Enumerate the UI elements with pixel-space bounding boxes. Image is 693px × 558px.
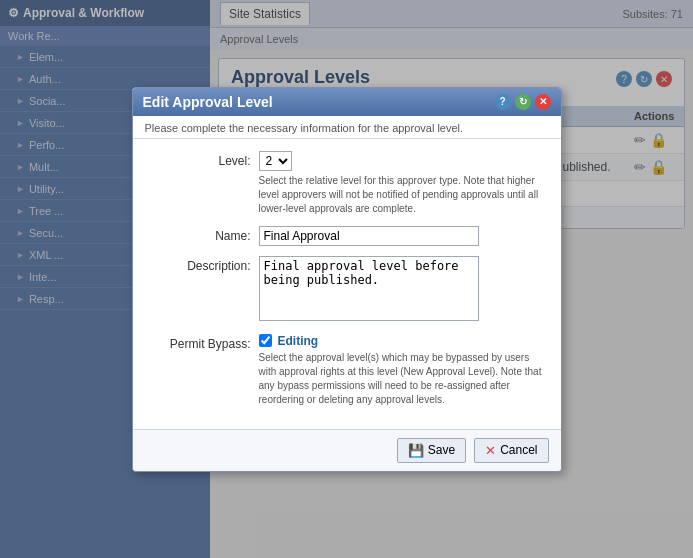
dialog-refresh-button[interactable]: ↻ (515, 94, 531, 110)
checkbox-row: Editing (259, 334, 545, 348)
level-hint: Select the relative level for this appro… (259, 174, 545, 216)
dialog-subtitle: Please complete the necessary informatio… (133, 116, 561, 139)
name-label: Name: (149, 226, 259, 243)
edit-dialog: Edit Approval Level ? ↻ ✕ Please complet… (132, 87, 562, 472)
dialog-body: Level: 1 2 Select the relative level for… (133, 139, 561, 429)
level-label: Level: (149, 151, 259, 168)
cancel-icon: ✕ (485, 443, 496, 458)
dialog-title: Edit Approval Level (143, 94, 273, 110)
level-content: 1 2 Select the relative level for this a… (259, 151, 545, 216)
name-content (259, 226, 545, 246)
permit-bypass-option: Editing (278, 334, 319, 348)
description-textarea[interactable]: Final approval level before being publis… (259, 256, 479, 321)
name-row: Name: (149, 226, 545, 246)
dialog-help-button[interactable]: ? (495, 94, 511, 110)
dialog-icons: ? ↻ ✕ (495, 94, 551, 110)
name-input[interactable] (259, 226, 479, 246)
permit-bypass-checkbox[interactable] (259, 334, 272, 347)
cancel-button[interactable]: ✕ Cancel (474, 438, 548, 463)
dialog-titlebar: Edit Approval Level ? ↻ ✕ (133, 88, 561, 116)
permit-bypass-hint: Select the approval level(s) which may b… (259, 351, 545, 407)
dialog-footer: 💾 Save ✕ Cancel (133, 429, 561, 471)
save-icon: 💾 (408, 443, 424, 458)
level-select[interactable]: 1 2 (259, 151, 292, 171)
cancel-label: Cancel (500, 443, 537, 457)
dialog-close-button[interactable]: ✕ (535, 94, 551, 110)
permit-bypass-row: Permit Bypass: Editing Select the approv… (149, 334, 545, 407)
save-button[interactable]: 💾 Save (397, 438, 466, 463)
description-label: Description: (149, 256, 259, 273)
description-content: Final approval level before being publis… (259, 256, 545, 324)
level-row: Level: 1 2 Select the relative level for… (149, 151, 545, 216)
dialog-overlay: Edit Approval Level ? ↻ ✕ Please complet… (0, 0, 693, 558)
description-row: Description: Final approval level before… (149, 256, 545, 324)
save-label: Save (428, 443, 455, 457)
permit-bypass-label: Permit Bypass: (149, 334, 259, 351)
permit-bypass-content: Editing Select the approval level(s) whi… (259, 334, 545, 407)
